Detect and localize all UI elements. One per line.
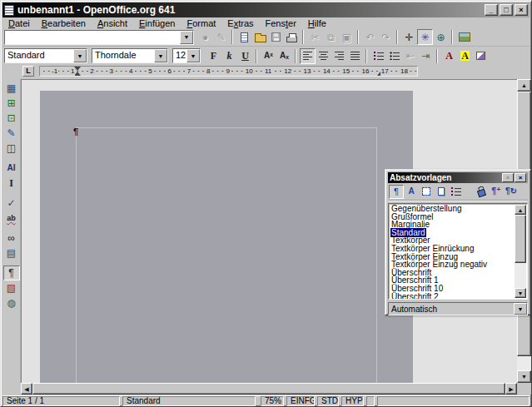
font-name-dropdown-button[interactable]: ▼ <box>154 49 167 62</box>
close-button[interactable]: × <box>515 4 528 16</box>
hyperlink-dialog-button[interactable]: ⊕ <box>433 29 449 45</box>
character-styles-button[interactable]: A <box>404 185 419 199</box>
scroll-down-button[interactable]: ▼ <box>517 370 531 383</box>
style-list[interactable]: GegenüberstellungGrußformelMarginalieSta… <box>388 203 528 300</box>
fill-format-mode-button[interactable] <box>474 185 489 199</box>
status-spare[interactable] <box>366 396 375 406</box>
paragraph-style-dropdown-button[interactable]: ▼ <box>73 49 87 62</box>
style-list-scrollbar[interactable]: ▲ ▼ <box>515 205 526 298</box>
save-button[interactable] <box>268 29 284 45</box>
autospellcheck-button[interactable]: ab <box>3 211 20 226</box>
new-style-from-selection-button[interactable]: ¶⁺ <box>489 185 504 199</box>
online-layout-button[interactable]: ◍ <box>3 295 20 310</box>
font-name-combobox[interactable]: Thorndale ▼ <box>92 48 168 63</box>
page-styles-button[interactable] <box>434 185 449 199</box>
maximize-button[interactable]: □ <box>500 4 513 16</box>
align-right-button[interactable] <box>331 48 347 64</box>
form-functions-button[interactable]: ◫ <box>3 141 20 156</box>
hyperlink-mode-indicator[interactable]: HYP <box>341 396 364 406</box>
paste-button[interactable]: ▣ <box>339 29 355 45</box>
new-document-button[interactable] <box>236 29 252 45</box>
menu-bearbeiten[interactable]: Bearbeiten <box>36 18 92 28</box>
insert-table-button[interactable]: ▦ <box>3 81 20 96</box>
menu-einfgen[interactable]: Einfügen <box>133 18 181 28</box>
minimize-button[interactable]: _ <box>485 4 498 16</box>
paragraph-styles-button[interactable]: ¶ <box>389 185 404 199</box>
insert-fields-button[interactable]: ⊞ <box>3 96 20 111</box>
stylist-close-button[interactable]: × <box>515 173 526 182</box>
print-button[interactable] <box>284 29 300 45</box>
stylist-button[interactable]: ✳ <box>417 29 433 45</box>
insert-mode-indicator[interactable]: EINFG <box>286 396 315 406</box>
stylist-title-bar[interactable]: Absatzvorlagen ▫ × <box>388 172 528 183</box>
tab-type-selector[interactable]: L <box>22 66 34 77</box>
page-indicator[interactable]: Seite 1 / 1 <box>2 396 120 406</box>
italic-button[interactable]: k <box>221 48 237 64</box>
bullets-on-off-button[interactable] <box>386 48 402 64</box>
open-button[interactable] <box>252 29 268 45</box>
background-color-button[interactable] <box>473 48 489 64</box>
graphics-on-off-button[interactable]: ▧ <box>3 280 20 295</box>
menu-format[interactable]: Format <box>181 18 221 28</box>
document-page[interactable]: ¶ <box>40 91 413 383</box>
numbering-styles-button[interactable] <box>449 185 464 199</box>
gallery-button[interactable] <box>456 29 472 45</box>
superscript-button[interactable]: Aˣ <box>261 48 276 64</box>
numbering-on-off-button[interactable] <box>370 48 386 64</box>
spellcheck-button[interactable]: ✓ <box>3 196 20 211</box>
style-list-scroll-down-button[interactable]: ▼ <box>515 288 526 298</box>
selection-mode-indicator[interactable]: STD <box>317 396 339 406</box>
font-size-combobox[interactable]: 12 ▼ <box>172 48 201 63</box>
cut-button[interactable]: ✂ <box>307 29 323 45</box>
align-left-button[interactable] <box>300 48 316 64</box>
horizontal-scrollbar[interactable]: ◀ ▶ <box>21 383 517 395</box>
style-filter-dropdown-button[interactable]: ▼ <box>514 303 527 315</box>
copy-button[interactable]: ⧉ <box>323 29 339 45</box>
menu-extras[interactable]: Extras <box>221 18 259 28</box>
menu-ansicht[interactable]: Ansicht <box>92 18 133 28</box>
direct-cursor-button[interactable]: I <box>3 176 20 191</box>
zoom-indicator[interactable]: 75% <box>261 396 284 406</box>
font-size-dropdown-button[interactable]: ▼ <box>186 49 200 62</box>
show-draw-functions-button[interactable]: ✎ <box>3 126 20 141</box>
style-list-scroll-up-button[interactable]: ▲ <box>515 205 526 215</box>
insert-objects-button[interactable]: ⊡ <box>3 111 20 126</box>
find-replace-button[interactable]: ∞ <box>3 231 20 246</box>
undo-button[interactable]: ↶ <box>362 29 378 45</box>
increase-indent-button[interactable]: ⇥ <box>418 48 434 64</box>
font-color-button[interactable]: A <box>441 48 457 64</box>
paragraph-style-combobox[interactable]: Standard ▼ <box>4 48 87 63</box>
url-dropdown-button[interactable]: ▼ <box>180 31 193 44</box>
style-filter-combobox[interactable]: Automatisch ▼ <box>388 302 528 315</box>
title-bar[interactable]: unbenannt1 - OpenOffice.org 641 _ □ × <box>2 2 530 17</box>
status-message-area[interactable] <box>377 396 530 406</box>
edit-file-button[interactable]: ✎ <box>213 29 229 45</box>
style-list-scroll-thumb[interactable] <box>515 215 526 263</box>
update-style-button[interactable]: ¶↻ <box>504 185 519 199</box>
scroll-right-button[interactable]: ▶ <box>505 383 517 395</box>
data-sources-button[interactable]: ▤ <box>3 246 20 261</box>
nonprinting-characters-button[interactable]: ¶ <box>3 266 20 280</box>
menu-hilfe[interactable]: Hilfe <box>302 18 332 28</box>
align-center-button[interactable] <box>316 48 331 64</box>
stylist-stick-button[interactable]: ▫ <box>502 173 514 182</box>
decrease-indent-button[interactable]: ⇤ <box>402 48 418 64</box>
align-justify-button[interactable] <box>347 48 363 64</box>
menu-fenster[interactable]: Fenster <box>260 18 302 28</box>
highlighting-button[interactable]: A <box>457 48 473 64</box>
scroll-up-button[interactable]: ▲ <box>517 79 531 92</box>
page-style-indicator[interactable]: Standard <box>122 396 256 406</box>
url-input[interactable] <box>5 31 180 44</box>
edit-autotext-button[interactable]: AI <box>3 161 20 176</box>
style-item[interactable]: Überschrift 2 <box>390 293 526 300</box>
subscript-button[interactable]: Aₓ <box>276 48 292 64</box>
menu-datei[interactable]: Datei <box>2 18 36 28</box>
horizontal-ruler[interactable]: -1123456789101112131415161718 <box>39 66 418 77</box>
horizontal-scroll-thumb[interactable] <box>32 383 505 395</box>
stop-button[interactable]: ● <box>197 29 213 45</box>
redo-button[interactable]: ↷ <box>378 29 394 45</box>
scroll-left-button[interactable]: ◀ <box>21 383 32 395</box>
bold-button[interactable]: F <box>206 48 221 64</box>
navigator-button[interactable]: ✛ <box>401 29 417 45</box>
underline-button[interactable]: U <box>237 48 253 64</box>
